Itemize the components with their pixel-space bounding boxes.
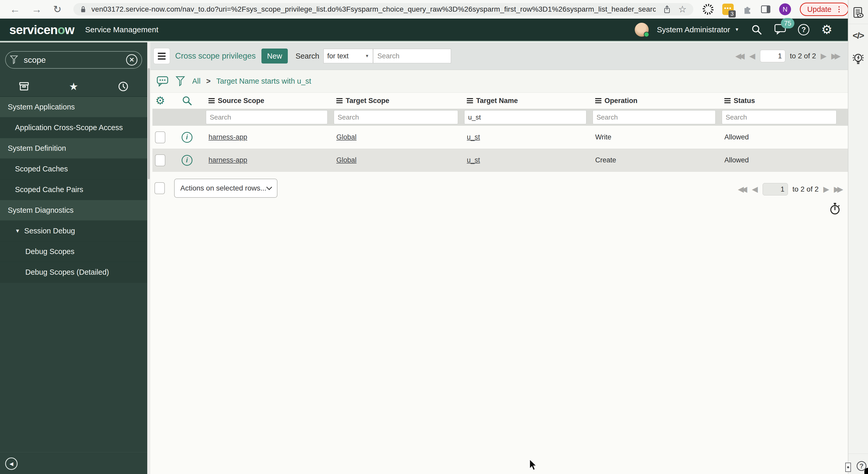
prev-page-icon[interactable]: ◀ [749,52,755,60]
sidebar-item-application-cross-scope-access[interactable]: Application Cross-Scope Access [0,117,147,138]
new-record-button[interactable]: New [261,48,288,64]
last-page-icon[interactable]: ▶▶ [834,185,843,193]
next-page-icon[interactable]: ▶ [821,52,827,60]
collapse-sidebar-button[interactable]: ◀ [5,458,18,470]
all-applications-icon[interactable] [19,81,29,92]
navigator-filter[interactable]: scope ✕ [5,51,142,69]
help-icon[interactable]: ? [798,24,809,35]
chat-icon[interactable]: 75 [774,24,786,36]
list-chat-icon[interactable] [157,76,168,87]
target-scope-link[interactable]: Global [334,156,356,164]
select-all-checkbox[interactable] [154,182,165,194]
sidebar-item-session-debug[interactable]: ▼Session Debug [0,221,147,241]
browser-update-button[interactable]: Update ⋮ [800,3,849,16]
code-panel-icon[interactable]: </> [848,30,868,40]
reader-view-icon[interactable] [848,7,868,19]
sidebar-item-system-applications[interactable]: System Applications [0,97,147,117]
mouse-cursor [529,459,537,472]
column-menu-icon[interactable] [595,97,601,104]
user-caret-icon[interactable]: ▼ [735,27,739,32]
user-menu[interactable]: System Administrator [657,25,730,34]
list-personalize-gear-icon[interactable]: ⚙ [152,95,168,106]
response-time-icon[interactable] [829,202,841,216]
target-name-search-input[interactable] [464,110,586,124]
column-menu-icon[interactable] [336,97,343,104]
yellow-extension-icon[interactable]: ••• 3 [722,4,734,15]
page-number-input[interactable] [760,50,785,62]
column-header-source-scope[interactable]: Source Scope [206,97,334,105]
browser-menu-icon[interactable]: ⋮ [835,7,843,12]
browser-profile-avatar[interactable]: N [779,3,791,15]
clear-filter-icon[interactable]: ✕ [126,54,137,66]
search-type-select[interactable]: for text ▼ [323,49,373,63]
actions-on-selected-rows-select[interactable]: Actions on selected rows... [174,179,277,198]
sidebar-scrollbar-thumb[interactable] [148,68,150,179]
browser-back-icon[interactable]: ← [10,4,20,14]
share-icon[interactable] [663,5,671,13]
list-context-menu-button[interactable] [153,48,170,64]
settings-gear-icon[interactable]: ⚙ [821,24,832,36]
row-checkbox[interactable] [155,155,165,166]
sidebar-item-scoped-cache-pairs[interactable]: Scoped Cache Pairs [0,179,147,200]
row-info-icon[interactable]: i [182,132,192,143]
source-scope-search-input[interactable] [206,110,328,124]
history-tab-icon[interactable] [118,81,129,92]
sidebar-item-system-definition[interactable]: System Definition [0,138,147,159]
navigator-filter-value[interactable]: scope [24,55,126,65]
first-page-icon[interactable]: ◀◀ [738,185,747,193]
last-page-icon[interactable]: ▶▶ [831,52,841,60]
target-scope-link[interactable]: Global [334,133,356,141]
next-page-icon[interactable]: ▶ [823,185,829,193]
sidebar-item-scoped-caches[interactable]: Scoped Caches [0,159,147,179]
sidebar-item-debug-scopes-detailed[interactable]: Debug Scopes (Detailed) [0,262,147,283]
user-avatar[interactable] [635,23,649,37]
source-scope-link[interactable]: harness-app [206,133,247,141]
breadcrumb-separator: > [206,77,211,86]
column-header-target-name[interactable]: Target Name [464,97,593,105]
column-menu-icon[interactable] [467,97,473,104]
breadcrumb-all-link[interactable]: All [192,77,200,86]
sidebar-footer-divider [0,452,147,452]
page-number-input[interactable] [763,183,788,196]
row-checkbox[interactable] [155,131,165,143]
target-name-link[interactable]: u_st [464,133,480,141]
sidebar-scrollbar[interactable] [147,42,150,474]
bookmark-star-icon[interactable]: ☆ [678,5,687,14]
side-panel-icon[interactable] [761,5,770,13]
browser-forward-icon[interactable]: → [32,4,42,14]
column-search-toggle-icon[interactable] [168,95,206,106]
sidebar-item-debug-scopes[interactable]: Debug Scopes [0,241,147,262]
status-search-input[interactable] [722,110,836,124]
browser-reload-icon[interactable]: ↻ [53,4,61,14]
breadcrumb-funnel-icon[interactable] [176,76,185,87]
expand-triangle-icon[interactable]: ▼ [15,228,20,234]
first-page-icon[interactable]: ◀◀ [735,52,745,60]
navigator-menu: System Applications Application Cross-Sc… [0,97,147,283]
target-scope-search-input[interactable] [334,110,458,124]
operation-search-input[interactable] [593,110,716,124]
spinner-extension-icon[interactable] [703,4,714,15]
column-header-target-scope[interactable]: Target Scope [334,97,464,105]
column-header-status[interactable]: Status [722,97,843,105]
row-info-icon[interactable]: i [182,155,192,166]
target-name-link[interactable]: u_st [464,156,480,164]
favorites-tab-icon[interactable]: ★ [69,81,78,92]
list-actions-bar: Actions on selected rows... [154,179,277,198]
sidebar-item-system-diagnostics[interactable]: System Diagnostics [0,200,147,221]
breadcrumb-filter-link[interactable]: Target Name starts with u_st [216,77,311,86]
global-search-icon[interactable] [751,24,762,35]
url-text[interactable]: ven03172.service-now.com/nav_to.do?uri=%… [91,5,656,13]
servicenow-logo[interactable]: servicenow [9,23,74,37]
address-bar[interactable]: ven03172.service-now.com/nav_to.do?uri=%… [73,3,693,15]
pull-tab-icon[interactable] [845,463,851,472]
puzzle-extensions-icon[interactable] [742,4,752,14]
list-title[interactable]: Cross scope privileges [175,52,256,61]
chevron-down-icon [266,184,272,190]
column-menu-icon[interactable] [724,97,731,104]
list-search-input[interactable] [373,49,451,63]
prev-page-icon[interactable]: ◀ [752,185,758,193]
lightbulb-idea-icon[interactable] [848,53,868,66]
column-menu-icon[interactable] [209,97,215,104]
column-header-operation[interactable]: Operation [593,97,722,105]
source-scope-link[interactable]: harness-app [206,156,247,164]
